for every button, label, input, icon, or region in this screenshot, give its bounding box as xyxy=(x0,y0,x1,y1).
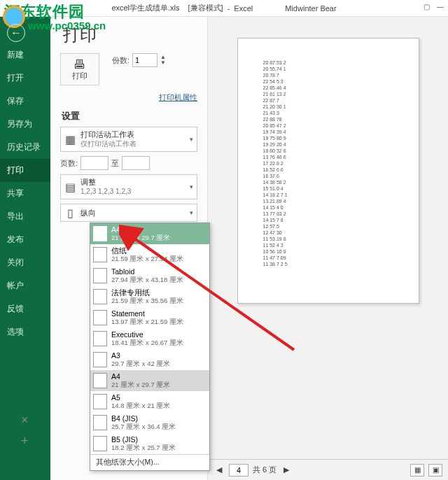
preview-row: 13 76 46 6 xyxy=(263,154,393,160)
watermark-text-2: www.pc0359.cn xyxy=(28,20,106,31)
paper-size: 29.7 厘米 x 42 厘米 xyxy=(111,360,170,368)
preview-row: 20 87.53 2 xyxy=(263,59,393,66)
printer-properties-link[interactable]: 打印机属性 xyxy=(60,92,197,103)
preview-row: 22 87 7 xyxy=(263,97,393,104)
orientation-select[interactable]: ▯ 纵向 ▾ xyxy=(60,204,197,222)
paper-size: 21 厘米 x 29.7 厘米 xyxy=(111,381,170,389)
sidebar-item-4[interactable]: 历史记录 xyxy=(0,136,50,159)
prev-page-button[interactable]: ◀ xyxy=(214,465,225,474)
preview-row: 12 57.5 xyxy=(263,223,393,230)
paper-name: B4 (JIS) xyxy=(111,414,176,423)
preview-row: 19 29 20 4 xyxy=(263,141,393,148)
paper-option-8[interactable]: A514.8 厘米 x 21 厘米 xyxy=(90,391,209,412)
paper-option-5[interactable]: Executive18.41 厘米 x 26.67 厘米 xyxy=(90,328,209,349)
paper-option-4[interactable]: Statement13.97 厘米 x 21.59 厘米 xyxy=(90,307,209,328)
preview-row: 22 85.46 4 xyxy=(263,85,393,91)
preview-row: 20 78 7 xyxy=(263,72,393,78)
preview-row: 14 38 58 2 xyxy=(263,179,393,185)
paper-name: Executive xyxy=(111,330,183,339)
paper-size: 14.8 厘米 x 21 厘米 xyxy=(111,402,170,410)
paper-size-dropdown: A421 厘米 x 29.7 厘米信纸21.59 厘米 x 27.94 厘米Ta… xyxy=(90,223,210,471)
page-icon xyxy=(93,415,107,430)
sidebar-item-11[interactable]: 反馈 xyxy=(0,297,50,320)
page-icon xyxy=(93,394,107,409)
paper-option-2[interactable]: Tabloid27.94 厘米 x 43.18 厘米 xyxy=(90,265,209,286)
preview-row: 20 55.74 1 xyxy=(263,66,393,72)
collate-title: 调整 xyxy=(80,178,184,187)
preview-row: 19 74 39 4 xyxy=(263,129,393,135)
current-page-input[interactable] xyxy=(229,464,248,477)
sidebar-item-6[interactable]: 共享 xyxy=(0,182,50,205)
zoom-to-page-button[interactable]: ▣ xyxy=(428,464,442,477)
paper-name: B5 (JIS) xyxy=(111,435,176,444)
sidebar-item-0[interactable]: 新建 xyxy=(0,43,50,66)
sidebar-item-3[interactable]: 另存为 xyxy=(0,113,50,136)
paper-option-10[interactable]: B5 (JIS)18.2 厘米 x 25.7 厘米 xyxy=(90,433,209,454)
portrait-icon: ▯ xyxy=(61,206,79,220)
pages-to-input[interactable] xyxy=(122,156,150,170)
copies-input[interactable] xyxy=(132,53,158,67)
collate-icon: ▤ xyxy=(61,181,79,194)
total-pages-label: 共 6 页 xyxy=(253,465,276,475)
preview-row: 21 20 30 1 xyxy=(263,104,393,110)
paper-name: Tabloid xyxy=(111,267,183,276)
sidebar-item-9[interactable]: 关闭 xyxy=(0,251,50,274)
preview-row: 14 15 4 0 xyxy=(263,204,393,211)
preview-row: 17 22 8 2 xyxy=(263,160,393,167)
collate-select[interactable]: ▤ 调整 1,2,3 1,2,3 1,2,3 ▾ xyxy=(60,174,197,199)
sidebar-item-8[interactable]: 发布 xyxy=(0,228,50,251)
paper-size: 25.7 厘米 x 36.4 厘米 xyxy=(111,423,176,431)
print-button-label: 打印 xyxy=(72,71,88,81)
paper-name: A4 xyxy=(111,372,170,381)
minimize-icon[interactable]: — xyxy=(435,2,445,12)
preview-row: 21 61 13 2 xyxy=(263,91,393,97)
window-options-icon[interactable]: ▢ xyxy=(421,2,431,12)
preview-row: 14 18 2 7 1 xyxy=(263,192,393,198)
page-preview: 20 87.53 220 55.74 120 78 722 54 5 322 8… xyxy=(237,38,419,304)
preview-row: 14 15 7 8 xyxy=(263,217,393,223)
sidebar-item-10[interactable]: 帐户 xyxy=(0,274,50,297)
paper-option-7[interactable]: A421 厘米 x 29.7 厘米 xyxy=(90,370,209,391)
sidebar-item-7[interactable]: 导出 xyxy=(0,205,50,228)
copies-stepper[interactable]: ▲▼ xyxy=(160,55,166,66)
chevron-down-icon: ▾ xyxy=(186,209,197,216)
pager-bar: ◀ 共 6 页 ▶ ▦ ▣ xyxy=(208,459,448,480)
preview-row: 13 21.89 4 xyxy=(263,198,393,204)
page-icon xyxy=(93,268,107,283)
sidebar-item-2[interactable]: 保存 xyxy=(0,90,50,113)
title-mode: [兼容模式] xyxy=(188,3,223,13)
chevron-down-icon: ▾ xyxy=(186,183,197,190)
show-margins-button[interactable]: ▦ xyxy=(410,464,424,477)
plus-icon[interactable]: + xyxy=(21,434,29,449)
pages-to-label: 至 xyxy=(111,158,119,169)
paper-size: 18.41 厘米 x 26.67 厘米 xyxy=(111,339,183,347)
print-button[interactable]: 🖶 打印 xyxy=(60,53,99,85)
paper-size: 21 厘米 x 29.7 厘米 xyxy=(111,234,170,242)
sheet-icon: ▦ xyxy=(61,133,79,146)
print-scope-select[interactable]: ▦ 打印活动工作表 仅打印活动工作表 ▾ xyxy=(60,127,197,152)
preview-row: 11 53.19 8 xyxy=(263,236,393,242)
sidebar-item-1[interactable]: 打开 xyxy=(0,66,50,90)
paper-option-3[interactable]: 法律专用纸21.59 厘米 x 35.56 厘米 xyxy=(90,286,209,307)
sidebar-item-5[interactable]: 打印 xyxy=(0,159,50,182)
paper-name: 法律专用纸 xyxy=(111,288,183,297)
page-icon xyxy=(93,352,107,367)
next-page-button[interactable]: ▶ xyxy=(281,465,292,474)
paper-option-9[interactable]: B4 (JIS)25.7 厘米 x 36.4 厘米 xyxy=(90,412,209,433)
paper-name: A5 xyxy=(111,393,170,402)
preview-row: 13 77 83 2 xyxy=(263,211,393,217)
preview-row: 20 85 47 2 xyxy=(263,122,393,129)
preview-row: 11 47 7 09 xyxy=(263,255,393,261)
back-arrow-icon[interactable]: ← xyxy=(7,24,25,42)
sidebar-item-12[interactable]: 选项 xyxy=(0,320,50,344)
pages-from-input[interactable] xyxy=(80,156,108,170)
preview-row: 11 52 4 3 xyxy=(263,242,393,248)
preview-row: 16 52 6 6 xyxy=(263,167,393,173)
paper-name: A4 xyxy=(111,225,170,234)
more-paper-sizes[interactable]: 其他纸张大小(M)... xyxy=(90,454,209,470)
preview-row: 11 38 7 2 5 xyxy=(263,261,393,267)
paper-option-6[interactable]: A329.7 厘米 x 42 厘米 xyxy=(90,349,209,370)
paper-option-1[interactable]: 信纸21.59 厘米 x 27.94 厘米 xyxy=(90,244,209,265)
paper-option-0[interactable]: A421 厘米 x 29.7 厘米 xyxy=(90,223,209,244)
close-icon[interactable]: × xyxy=(21,413,29,428)
